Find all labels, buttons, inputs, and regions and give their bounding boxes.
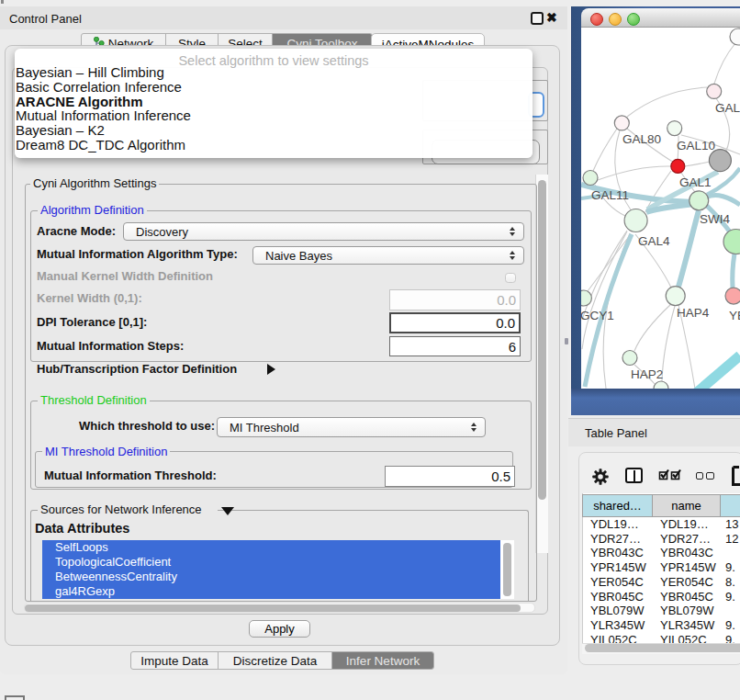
svg-text:GAL4: GAL4: [638, 234, 670, 248]
svg-text:HAP4: HAP4: [677, 306, 710, 320]
svg-text:GAL11: GAL11: [591, 188, 629, 202]
svg-text:SWI4: SWI4: [700, 212, 730, 226]
svg-text:YB: YB: [729, 309, 740, 322]
svg-text:GCY1: GCY1: [581, 309, 614, 322]
svg-text:GAL80: GAL80: [622, 132, 661, 146]
svg-text:GAL1: GAL1: [679, 175, 712, 189]
svg-text:GAL7: GAL7: [715, 101, 740, 115]
svg-text:HAP2: HAP2: [631, 367, 663, 381]
svg-text:GAL10: GAL10: [677, 139, 715, 152]
